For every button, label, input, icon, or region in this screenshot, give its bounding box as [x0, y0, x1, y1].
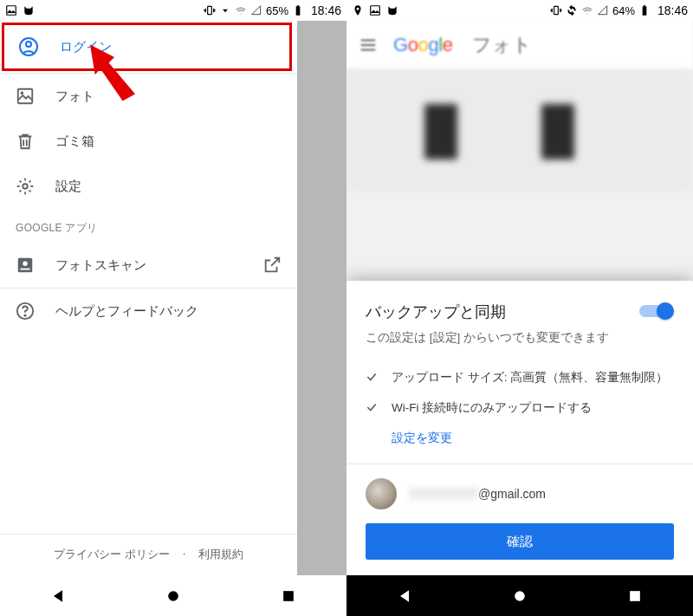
svg-rect-6 [18, 89, 33, 104]
vibrate-icon [550, 4, 562, 16]
svg-rect-17 [371, 6, 380, 16]
status-bar-left: 65% 18:46 [0, 0, 346, 21]
trash-icon [16, 132, 35, 151]
dropdown-icon [219, 4, 231, 16]
signal-icon [250, 4, 262, 16]
svg-rect-22 [630, 591, 640, 601]
battery-icon [292, 4, 304, 16]
svg-point-5 [26, 42, 31, 47]
home-button[interactable] [511, 587, 528, 605]
svg-point-7 [21, 92, 23, 94]
nav-label: 設定 [55, 178, 81, 195]
vibrate-icon [204, 4, 216, 16]
nav-label: フォトスキャン [55, 257, 146, 274]
divider [346, 464, 693, 464]
location-notification-icon [352, 4, 364, 16]
photo-icon [16, 87, 35, 106]
svg-rect-20 [644, 5, 645, 6]
privacy-link[interactable]: プライバシー ポリシー [54, 548, 169, 562]
wifi-icon [235, 4, 247, 16]
status-bar-right: 64% 18:46 [346, 0, 693, 21]
help-icon [16, 302, 35, 321]
battery-percent: 64% [612, 4, 635, 17]
svg-rect-15 [283, 591, 294, 601]
nav-label: フォト [55, 88, 94, 105]
nav-label: ゴミ箱 [55, 133, 94, 150]
right-content: Google フォト バックアップと同期 この設定は [設定] からいつでも変更… [346, 21, 693, 575]
svg-point-10 [23, 261, 28, 266]
wifi-icon [581, 4, 593, 16]
signal-icon [597, 4, 609, 16]
nav-item-photoscan[interactable]: フォトスキャン [0, 243, 297, 288]
drawer-footer: プライバシー ポリシー ・ 利用規約 [0, 534, 297, 575]
svg-rect-18 [554, 6, 559, 14]
right-phone: 64% 18:46 Google フォト バックアップと同期 この設定は [設定… [346, 0, 693, 616]
svg-rect-2 [296, 6, 301, 15]
gear-icon [16, 177, 35, 196]
nav-drawer: ログイン フォト ゴミ箱 設定 GOOGLE アプリ フォトスキャン ヘルプとフ… [0, 21, 297, 575]
photo-notification-icon [369, 4, 381, 16]
svg-rect-1 [208, 6, 212, 14]
clock: 18:46 [311, 3, 341, 17]
nav-label: ヘルプとフィードバック [55, 303, 198, 320]
recents-button[interactable] [280, 587, 297, 605]
svg-rect-19 [643, 6, 647, 15]
svg-rect-3 [297, 5, 299, 6]
home-button[interactable] [165, 587, 182, 605]
account-row[interactable]: @gmail.com [366, 478, 674, 509]
sync-icon [566, 4, 578, 16]
section-title-google-apps: GOOGLE アプリ [0, 209, 297, 243]
app-title-photo: フォト [472, 32, 532, 58]
clock: 18:46 [657, 3, 688, 17]
app-header: Google フォト [346, 21, 693, 69]
recents-button[interactable] [626, 587, 644, 605]
login-label: ログイン [60, 39, 112, 55]
terms-link[interactable]: 利用規約 [198, 548, 243, 562]
google-logo: Google [393, 34, 453, 56]
confirm-button[interactable]: 確認 [366, 523, 674, 560]
check-text: アップロード サイズ: 高画質（無料、容量無制限） [392, 369, 668, 386]
svg-rect-0 [7, 6, 16, 16]
avatar [366, 478, 397, 509]
svg-point-16 [357, 8, 359, 10]
svg-point-8 [23, 184, 28, 189]
check-item: Wi-Fi 接続時にのみアップロードする [366, 399, 674, 417]
battery-icon [638, 4, 651, 16]
content-scrim [297, 21, 346, 575]
sheet-subtitle: この設定は [設定] からいつでも変更できます [366, 329, 674, 347]
login-button[interactable]: ログイン [2, 23, 292, 71]
sheet-title: バックアップと同期 [366, 302, 506, 322]
svg-rect-11 [21, 269, 30, 270]
cat-notification-icon [23, 4, 35, 16]
nav-item-photos[interactable]: フォト [0, 74, 297, 119]
dot-separator: ・ [178, 548, 190, 562]
backup-sync-sheet: バックアップと同期 この設定は [設定] からいつでも変更できます アップロード… [346, 281, 693, 575]
change-settings-link[interactable]: 設定を変更 [392, 431, 674, 446]
check-item: アップロード サイズ: 高画質（無料、容量無制限） [366, 369, 674, 386]
check-icon [366, 371, 378, 383]
check-icon [366, 401, 378, 413]
svg-point-13 [24, 314, 25, 315]
menu-icon[interactable] [359, 36, 378, 55]
checklist: アップロード サイズ: 高画質（無料、容量無制限） Wi-Fi 接続時にのみアッ… [366, 369, 674, 446]
nav-item-trash[interactable]: ゴミ箱 [0, 119, 297, 164]
check-text: Wi-Fi 接続時にのみアップロードする [392, 399, 592, 417]
blurred-background [346, 69, 693, 191]
photo-notification-icon [5, 4, 17, 16]
back-button[interactable] [49, 587, 67, 605]
nav-item-settings[interactable]: 設定 [0, 164, 297, 209]
backup-toggle[interactable] [639, 302, 674, 321]
open-external-icon [262, 256, 282, 275]
battery-percent: 65% [266, 4, 288, 17]
system-navbar [0, 575, 346, 616]
account-circle-icon [18, 36, 39, 57]
left-phone: 65% 18:46 ログイン フォト ゴミ箱 設定 GOOGLE アプリ フォト… [0, 0, 346, 616]
photoscan-icon [16, 256, 35, 275]
nav-item-help[interactable]: ヘルプとフィードバック [0, 289, 297, 334]
svg-point-14 [168, 591, 178, 601]
cat-notification-icon [386, 4, 398, 16]
svg-point-21 [515, 591, 525, 601]
back-button[interactable] [396, 587, 413, 605]
system-navbar [346, 575, 693, 616]
account-email: @gmail.com [409, 487, 546, 502]
